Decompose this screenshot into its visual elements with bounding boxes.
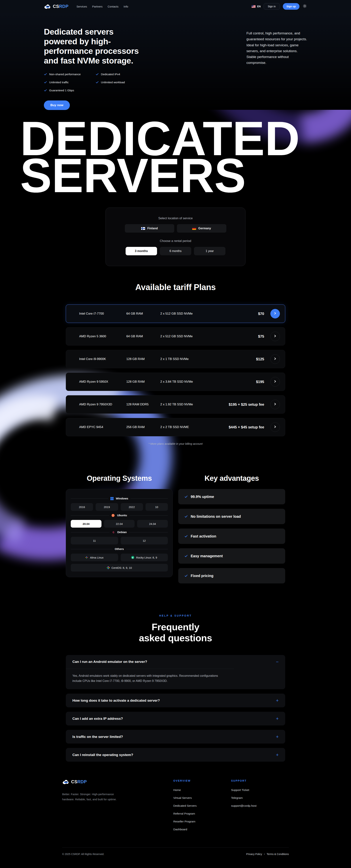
plan-price: $70 [258,312,264,316]
os-option-windows-2016[interactable]: 2016 [71,503,93,511]
plan-row-intel-core-i9-9900k[interactable]: Intel Core i9-9900K 128 GB RAM 2 x 1 TB … [66,350,285,368]
advantages-list: 99.9% uptimeNo limitations on server loa… [178,489,285,583]
faq-question[interactable]: Can I add an extra IP address? + [66,712,285,725]
faq-question[interactable]: How long does it take to activate a dedi… [66,693,285,707]
os-option-others-alma-linux[interactable]: Alma Linux [71,554,118,561]
advantage-easy-management: Easy management [178,548,285,564]
language-label: EN [257,5,260,8]
faq-eyebrow: HELP & SUPPORT [0,614,351,617]
legal-link-terms-conditions[interactable]: Terms & Conditions [267,852,289,856]
hero-feature-list: Non-shared performanceDedicated IPv4Unli… [44,73,157,92]
location-label: Finland [147,227,158,230]
nav-link-services[interactable]: Services [77,5,87,8]
chevron-right-icon [274,426,276,429]
sign-up-button[interactable]: Sign up [283,3,300,10]
plan-ram: 64 GB RAM [126,312,160,315]
footer-column-heading: OVERVIEW [173,779,231,782]
plus-icon[interactable]: + [276,752,279,757]
period-button-6-months[interactable]: 6 months [160,247,191,255]
language-selector[interactable]: EN [251,5,260,8]
plan-ram: 64 GB RAM [126,335,160,338]
plan-order-button[interactable] [270,309,280,318]
minus-icon[interactable]: − [276,659,279,664]
brand-name: CSRDP [53,4,69,9]
cloud-logo-icon [62,779,69,784]
alma-linux-icon [85,556,88,559]
footer-link-reseller-program[interactable]: Reseller Program [173,820,231,823]
footer-logo[interactable]: CSRDP [62,779,173,784]
plan-row-amd-epyc-9454[interactable]: AMD EPYC 9454 256 GB RAM 2 x 2 TB SSD NV… [66,418,285,436]
faq-question[interactable]: Can I reinstall the operating system? + [66,748,285,762]
footer-link-telegram[interactable]: Telegram [231,796,289,800]
footer-brand-name: CSRDP [71,779,87,784]
os-option-others-rocky-linux-8-9[interactable]: Rocky Linux: 8, 9 [121,554,168,561]
os-option-ubuntu-20-04[interactable]: 20.04 [71,520,101,528]
buy-now-button[interactable]: Buy now [44,100,70,110]
ubuntu-icon [111,514,115,517]
plan-price: $75 [258,334,264,339]
os-option-ubuntu-24-04[interactable]: 24.04 [137,520,168,528]
plan-row-intel-core-i7-7700[interactable]: Intel Core i7-7700 64 GB RAM 2 x 512 GB … [66,305,285,323]
os-option-windows-2022[interactable]: 2022 [121,503,143,511]
footer-link-virtual-servers[interactable]: Virtual Servers [173,796,231,800]
plan-order-button[interactable] [270,423,280,432]
theme-toggle-button[interactable] [303,4,307,9]
os-option-label: 2019 [104,505,110,508]
nav-link-info[interactable]: Info [124,5,128,8]
os-option-debian-11[interactable]: 11 [71,537,118,545]
os-option-debian-12[interactable]: 12 [121,537,168,545]
footer-link-support-csrdp-host[interactable]: support@csrdp.host [231,804,289,807]
faq-question[interactable]: Can I run an Android emulator on the ser… [66,655,285,669]
os-option-windows-10[interactable]: 10 [145,503,168,511]
plan-price: $195 [256,380,265,384]
plan-row-amd-ryzen-5-3600[interactable]: AMD Ryzen 5 3600 64 GB RAM 2 x 512 GB SS… [66,327,285,345]
plan-row-amd-ryzen-9-5950x[interactable]: AMD Ryzen 9 5950X 128 GB RAM 2 x 3.84 TB… [66,373,285,391]
footer-link-support-ticket[interactable]: Support Ticket [231,788,289,792]
os-option-label: 22.04 [116,522,123,525]
footer-link-referral-program[interactable]: Referral Program [173,812,231,815]
big-headline: DEDICATED SERVERS [0,110,351,196]
faq-item-can-i-add-an-extra-ip-address: Can I add an extra IP address? + [66,712,285,725]
plan-order-button[interactable] [270,332,280,341]
check-icon [44,81,47,84]
location-label: Select location of service [106,217,245,220]
feature-label: Unlimited traffic [49,81,69,84]
nav-link-contacts[interactable]: Contacts [108,5,118,8]
os-column: Operating Systems Windows 20162019202210… [66,474,173,583]
plus-icon[interactable]: + [276,735,279,739]
location-button-germany[interactable]: Germany [177,224,226,232]
period-button-1-year[interactable]: 1 year [194,247,225,255]
location-button-finland[interactable]: Finland [125,224,174,232]
os-group-options: 20.0422.0424.04 [71,520,168,528]
advantage-label: Easy management [191,554,223,558]
feature-non-shared-performance: Non-shared performance [44,73,96,76]
plan-order-button[interactable] [270,377,280,386]
period-button-3-months[interactable]: 3 months [126,247,157,255]
os-option-windows-2019[interactable]: 2019 [96,503,118,511]
plan-row-amd-ryzen-9-7950x3d[interactable]: AMD Ryzen 9 7950X3D 128 RAM DDR5 2 x 1.9… [66,395,285,413]
nav-right: EN Sign in Sign up [251,3,307,10]
plans-title: Available tariff Plans [0,282,351,292]
legal-link-privacy-policy[interactable]: Privacy Policy [246,852,262,856]
os-option-others-centos-8-9-10[interactable]: CentOS: 8, 9, 10 [71,564,168,571]
nav-link-partners[interactable]: Partners [92,5,103,8]
plan-order-button[interactable] [270,400,280,409]
chevron-right-icon [274,380,276,383]
feature-label: Unlimited workload [101,81,125,84]
faq-question[interactable]: Is traffic on the server limited? + [66,730,285,744]
os-option-ubuntu-22-04[interactable]: 22.04 [104,520,135,528]
footer-link-home[interactable]: Home [173,788,231,792]
sign-in-button[interactable]: Sign in [264,3,280,10]
plan-order-button[interactable] [270,354,280,364]
footer-link-dashboard[interactable]: Dashboard [173,828,231,831]
plus-icon[interactable]: + [276,716,279,721]
plus-icon[interactable]: + [276,698,279,703]
period-label: Choose a rental period [106,239,245,243]
advantage-label: No limitations on server load [191,515,241,519]
footer-description: Better. Faster. Stronger. High-performan… [62,792,119,802]
footer-link-dedicated-servers[interactable]: Dedicated Servers [173,804,231,807]
brand-logo[interactable]: CSRDP [44,4,69,9]
os-title: Operating Systems [66,474,173,483]
plan-cpu: Intel Core i7-7700 [79,312,126,315]
plan-storage: 2 x 1 TB SSD NVMe [160,357,256,361]
